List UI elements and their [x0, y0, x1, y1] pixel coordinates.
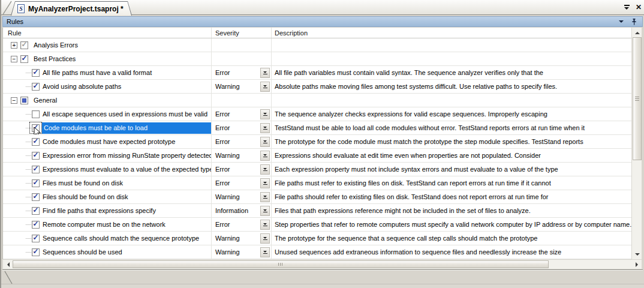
- collapse-icon[interactable]: −: [11, 56, 17, 62]
- table-row[interactable]: ✓Files should be found on diskWarningFil…: [3, 190, 633, 204]
- rule-checkbox[interactable]: ✓: [32, 83, 40, 91]
- rule-cell[interactable]: ✓Sequence calls should match the sequenc…: [3, 232, 212, 245]
- rule-checkbox[interactable]: ✓: [32, 166, 40, 173]
- close-icon[interactable]: ✕: [636, 4, 642, 11]
- vertical-scrollbar[interactable]: [631, 28, 642, 259]
- rule-cell[interactable]: ✓Sequences should be used: [3, 245, 212, 259]
- table-row[interactable]: ✓Code modules must be able to loadErrorT…: [3, 121, 633, 135]
- scroll-right-button[interactable]: [632, 260, 642, 269]
- dropdown-arrow-icon[interactable]: [619, 20, 624, 23]
- rule-cell[interactable]: +✓Analysis Errors: [3, 38, 212, 52]
- table-row[interactable]: All escape sequences used in expressions…: [3, 107, 633, 121]
- rule-cell[interactable]: All escape sequences used in expressions…: [3, 107, 212, 121]
- rule-cell[interactable]: ✓Expressions must evaluate to a value of…: [3, 163, 212, 176]
- check-icon: ✓: [32, 220, 38, 228]
- rule-label: Files must be found on disk: [43, 179, 123, 187]
- rule-checkbox[interactable]: ✓: [32, 248, 40, 256]
- rule-cell[interactable]: ✓Avoid using absolute paths: [3, 80, 212, 93]
- rule-checkbox[interactable]: ✓: [32, 221, 40, 229]
- collapse-icon[interactable]: −: [11, 97, 17, 104]
- column-header-description[interactable]: Description: [272, 28, 633, 38]
- table-row[interactable]: ✓Find file paths that expressions specif…: [3, 204, 633, 218]
- column-header-rule[interactable]: Rule: [3, 28, 212, 38]
- severity-dropdown-icon[interactable]: [260, 247, 270, 257]
- severity-cell: Warning: [212, 80, 272, 93]
- rule-label: Avoid using absolute paths: [43, 83, 121, 90]
- severity-dropdown-icon[interactable]: [260, 137, 270, 147]
- table-row[interactable]: ✓Sequences should be usedWarningUnused s…: [3, 245, 633, 259]
- rule-cell[interactable]: −✓Best Practices: [3, 52, 212, 65]
- tsaproj-document-icon: S: [17, 4, 25, 13]
- rule-checkbox[interactable]: ✓: [32, 124, 40, 132]
- severity-dropdown-icon[interactable]: [260, 123, 270, 133]
- horizontal-scrollbar-thumb[interactable]: [13, 260, 549, 268]
- table-row[interactable]: ✓Expressions must evaluate to a value of…: [3, 163, 633, 176]
- rule-cell[interactable]: −General: [3, 94, 212, 107]
- severity-dropdown-icon[interactable]: [260, 82, 270, 92]
- severity-dropdown-icon[interactable]: [260, 220, 270, 230]
- rule-cell[interactable]: ✓Code modules must have expected prototy…: [3, 135, 212, 148]
- severity-dropdown-icon[interactable]: [260, 178, 270, 188]
- table-row[interactable]: −General: [3, 94, 633, 107]
- rule-checkbox[interactable]: [20, 97, 28, 104]
- document-tab-title: MyAnalyzerProject.tsaproj *: [28, 5, 124, 13]
- severity-value: Warning: [215, 83, 240, 90]
- rule-description: Absolute paths make moving files among t…: [275, 83, 557, 90]
- rule-checkbox[interactable]: ✓: [32, 138, 40, 146]
- table-row[interactable]: ✓Avoid using absolute pathsWarningAbsolu…: [3, 80, 633, 94]
- rule-label: Files should be found on disk: [43, 193, 128, 200]
- description-cell: TestStand must be able to load all code …: [272, 121, 633, 134]
- rule-cell[interactable]: ✓Files should be found on disk: [3, 190, 212, 203]
- vertical-scrollbar-thumb[interactable]: [633, 37, 642, 160]
- rule-description: File paths should refer to existing file…: [275, 193, 549, 200]
- scroll-up-button[interactable]: [632, 28, 642, 37]
- tree-connector: [26, 169, 31, 170]
- expand-icon[interactable]: +: [11, 42, 17, 49]
- table-row[interactable]: ✓Files must be found on diskErrorFile pa…: [3, 176, 633, 190]
- rule-cell[interactable]: ✓Code modules must be able to load: [3, 121, 212, 134]
- table-row[interactable]: ✓All file paths must have a valid format…: [3, 66, 633, 80]
- rules-panel-bar: Rules: [2, 16, 643, 27]
- scroll-down-button[interactable]: [632, 250, 642, 259]
- rule-checkbox[interactable]: [32, 110, 40, 118]
- severity-dropdown-icon[interactable]: [260, 68, 270, 78]
- check-icon: ✓: [32, 178, 38, 187]
- rule-cell[interactable]: ✓Files must be found on disk: [3, 176, 212, 190]
- severity-cell: Error: [212, 66, 272, 79]
- severity-dropdown-icon[interactable]: [260, 206, 270, 216]
- rule-checkbox[interactable]: ✓: [32, 69, 40, 77]
- severity-dropdown-icon[interactable]: [260, 233, 270, 244]
- rule-checkbox[interactable]: ✓: [32, 207, 40, 215]
- severity-value: Error: [215, 124, 230, 131]
- document-tab[interactable]: S MyAnalyzerProject.tsaproj *: [11, 1, 132, 16]
- table-row[interactable]: −✓Best Practices: [3, 52, 633, 66]
- table-row[interactable]: ✓Sequence calls should match the sequenc…: [3, 232, 633, 245]
- rule-checkbox[interactable]: ✓: [32, 179, 40, 187]
- column-header-severity[interactable]: Severity: [212, 28, 272, 38]
- tree-connector: [26, 86, 31, 87]
- rule-cell[interactable]: ✓Remote computer must be on the network: [3, 218, 212, 231]
- severity-dropdown-icon[interactable]: [260, 192, 270, 202]
- rule-checkbox[interactable]: ✓: [32, 193, 40, 201]
- severity-dropdown-icon[interactable]: [260, 164, 270, 175]
- table-row[interactable]: +✓Analysis Errors: [3, 38, 633, 52]
- severity-dropdown-icon[interactable]: [260, 151, 270, 161]
- rule-cell[interactable]: ✓Expression error from missing RunState …: [3, 149, 212, 162]
- scroll-left-button[interactable]: [3, 260, 13, 269]
- chevron-menu-icon[interactable]: [624, 5, 630, 10]
- table-row[interactable]: ✓Expression error from missing RunState …: [3, 149, 633, 163]
- rule-label: Code modules must be able to load: [42, 122, 211, 134]
- table-row[interactable]: ✓Code modules must have expected prototy…: [3, 135, 633, 149]
- horizontal-scrollbar[interactable]: [3, 259, 642, 269]
- rule-checkbox[interactable]: ✓: [32, 235, 40, 242]
- rule-checkbox[interactable]: ✓: [32, 152, 40, 160]
- pin-icon[interactable]: [631, 18, 637, 26]
- rule-cell[interactable]: ✓All file paths must have a valid format: [3, 66, 212, 79]
- panel-title: Rules: [7, 18, 23, 25]
- rule-checkbox[interactable]: ✓: [20, 55, 28, 63]
- severity-dropdown-icon[interactable]: [260, 109, 270, 119]
- rule-cell[interactable]: ✓Find file paths that expressions specif…: [3, 204, 212, 217]
- rule-checkbox[interactable]: ✓: [20, 41, 28, 49]
- rule-description: Each expression property must not includ…: [275, 166, 558, 173]
- table-row[interactable]: ✓Remote computer must be on the networkE…: [3, 218, 633, 232]
